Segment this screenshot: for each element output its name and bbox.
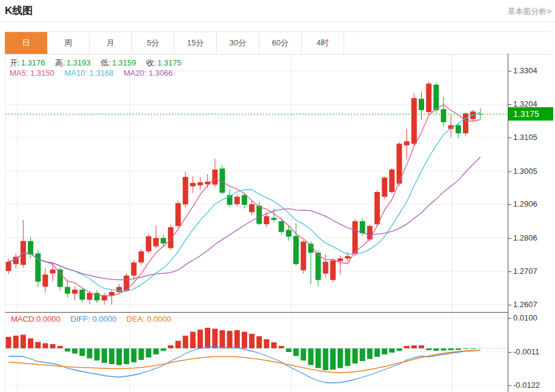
candle-body: [183, 177, 188, 204]
macd-bar: [65, 348, 70, 351]
ma5-value: 1.3150: [30, 68, 55, 78]
macd-bar: [13, 336, 19, 348]
tab-5min[interactable]: 5分: [132, 32, 174, 54]
candle-body: [433, 85, 439, 110]
low-label: 低:: [101, 58, 111, 67]
macd-bar: [87, 348, 92, 359]
open-label: 开:: [10, 58, 20, 67]
close-value: 1.3175: [158, 58, 182, 67]
diff-value: 0.0000: [92, 314, 116, 324]
macd-bar: [234, 330, 240, 348]
macd-bar: [175, 341, 181, 349]
candle-body: [175, 203, 181, 226]
candle-body: [279, 221, 284, 232]
candlestick-chart[interactable]: [5, 55, 508, 313]
open-value: 1.3176: [21, 58, 45, 67]
candle-body: [87, 293, 92, 300]
title-divider: [0, 22, 555, 22]
tab-month[interactable]: 月: [90, 32, 132, 54]
chart-area: [5, 55, 508, 392]
tab-15min[interactable]: 15分: [174, 32, 217, 54]
candle-body: [345, 256, 350, 259]
macd-bar: [72, 348, 78, 354]
dea-line: [8, 350, 480, 373]
candle-body: [72, 290, 78, 294]
macd-bar: [146, 348, 151, 357]
candle-body: [360, 221, 365, 233]
price-axis: 1.3175 1.33041.32041.31051.30051.29061.2…: [508, 53, 555, 392]
macd-bar: [79, 348, 85, 356]
candle-body: [337, 259, 343, 261]
price-axis-label: 1.2707: [508, 267, 537, 276]
macd-bar: [441, 348, 447, 351]
fundamental-analysis-link[interactable]: 基本面分析>: [507, 6, 551, 17]
macd-bar: [227, 331, 233, 348]
macd-bar: [293, 348, 299, 356]
macd-bar: [139, 348, 144, 360]
macd-bar: [301, 348, 306, 360]
price-axis-label: 1.2607: [508, 300, 537, 310]
tab-day[interactable]: 日: [5, 32, 47, 54]
tab-30min[interactable]: 30分: [217, 32, 259, 54]
macd-chart[interactable]: [5, 313, 508, 392]
candle-body: [316, 253, 321, 280]
ma-legend: MA5: 1.3150 MA10: 1.3168 MA20: 1.3066: [10, 68, 181, 78]
candle-body: [190, 183, 196, 187]
macd-bar: [153, 348, 159, 354]
ma5-label: MA5:: [10, 68, 28, 78]
candle-body: [367, 226, 373, 239]
current-price-tag: 1.3175: [508, 107, 553, 121]
macd-axis-label: -0.0122: [508, 380, 540, 390]
tab-week[interactable]: 周: [47, 32, 90, 54]
tab-60min[interactable]: 60分: [259, 32, 302, 54]
period-tabbar: 日 周 月 5分 15分 30分 60分 4时: [5, 32, 550, 55]
dea-label: DEA:: [127, 314, 145, 324]
candle-body: [249, 204, 254, 212]
macd-bar: [21, 335, 26, 349]
macd-bar: [404, 346, 410, 348]
low-value: 1.3159: [112, 58, 136, 67]
macd-bar: [382, 348, 387, 354]
macd-bar: [109, 348, 115, 364]
candle-body: [161, 238, 166, 244]
diff-label: DIFF:: [70, 314, 90, 324]
candle-body: [286, 230, 291, 237]
ohlc-legend: 开:1.3176 高:1.3193 低:1.3159 收:1.3175: [10, 58, 189, 68]
macd-bar: [124, 348, 129, 364]
high-value: 1.3193: [67, 58, 91, 67]
macd-axis-label: -0.0011: [508, 347, 539, 357]
candle-body: [411, 98, 417, 144]
candle-body: [139, 251, 144, 262]
macd-bar: [242, 332, 247, 349]
macd-bar: [316, 348, 321, 368]
candle-body: [65, 287, 70, 294]
macd-bar: [183, 336, 188, 348]
candle-body: [50, 270, 56, 274]
ma10-value: 1.3168: [90, 68, 114, 78]
macd-bar: [279, 346, 284, 348]
tab-4hour[interactable]: 4时: [302, 32, 344, 54]
close-label: 收:: [146, 58, 156, 67]
candle-body: [382, 178, 387, 197]
price-axis-label: 1.3304: [508, 66, 537, 76]
candle-body: [131, 262, 136, 276]
candle-body: [404, 141, 410, 145]
macd-bar: [374, 348, 380, 357]
candle-body: [212, 170, 218, 185]
price-axis-label: 1.2806: [508, 233, 537, 243]
candle-body: [374, 192, 380, 224]
candle-body: [109, 292, 115, 296]
candle-body: [264, 216, 269, 224]
macd-bar: [168, 345, 173, 348]
macd-bar: [397, 348, 402, 351]
candle-body: [28, 241, 33, 254]
macd-value: 0.0000: [36, 314, 61, 324]
macd-bar: [308, 348, 314, 365]
macd-bar: [286, 348, 291, 352]
candle-body: [234, 197, 240, 204]
macd-bar: [360, 348, 365, 361]
macd-bar: [131, 348, 136, 362]
candle-body: [293, 236, 299, 265]
macd-bar: [323, 348, 328, 370]
ma20-line: [8, 157, 480, 280]
